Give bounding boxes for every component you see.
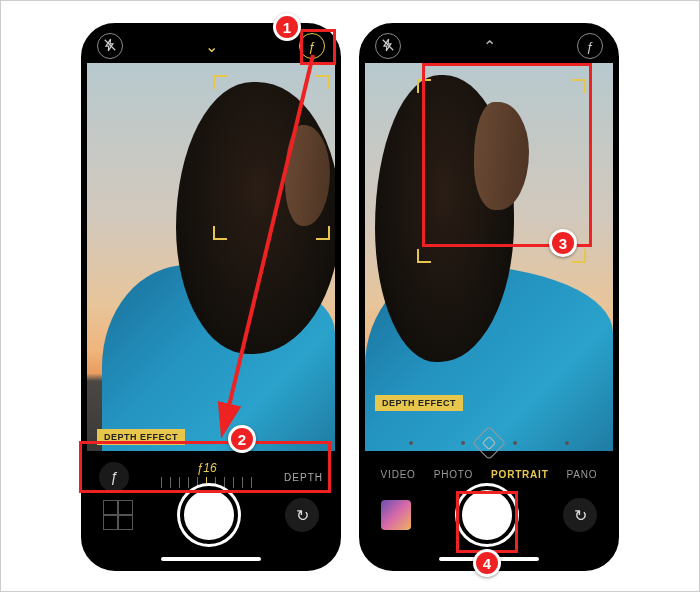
- switch-camera-button[interactable]: ↻: [285, 498, 319, 532]
- grid-toggle-icon[interactable]: [103, 500, 133, 530]
- focus-corner-icon: [213, 226, 227, 240]
- camera-viewfinder[interactable]: DEPTH EFFECT: [87, 63, 335, 451]
- aperture-button[interactable]: ƒ: [577, 33, 603, 59]
- flash-off-icon: [381, 38, 395, 55]
- annotation-step-1: 1: [273, 13, 301, 41]
- depth-effect-badge: DEPTH EFFECT: [375, 395, 463, 411]
- switch-camera-icon: ↻: [296, 506, 309, 525]
- portrait-lighting-row[interactable]: [365, 425, 613, 461]
- annotation-highlight-box: [300, 29, 336, 65]
- annotation-highlight-box: [456, 491, 518, 553]
- annotation-highlight-box: [422, 63, 592, 247]
- controls-collapse-chevron[interactable]: ⌃: [483, 37, 496, 56]
- annotation-step-2: 2: [228, 425, 256, 453]
- focus-corner-icon: [417, 249, 431, 263]
- flash-off-icon: [103, 38, 117, 55]
- home-indicator[interactable]: [161, 557, 261, 561]
- focus-corner-icon: [316, 75, 330, 89]
- camera-top-bar: ⌃ ƒ: [365, 29, 613, 63]
- switch-camera-button[interactable]: ↻: [563, 498, 597, 532]
- camera-mode-item[interactable]: PHOTO: [434, 469, 473, 480]
- camera-mode-item-active[interactable]: PORTRAIT: [491, 469, 549, 480]
- camera-mode-item[interactable]: VIDEO: [381, 469, 416, 480]
- shutter-button[interactable]: [180, 486, 238, 544]
- aperture-f-icon: ƒ: [586, 39, 593, 54]
- camera-mode-item[interactable]: PANO: [567, 469, 598, 480]
- annotation-highlight-box: [79, 441, 331, 493]
- flash-toggle-button[interactable]: [97, 33, 123, 59]
- flash-toggle-button[interactable]: [375, 33, 401, 59]
- annotation-step-4: 4: [473, 549, 501, 577]
- controls-expand-chevron[interactable]: ⌄: [205, 37, 218, 56]
- last-photo-thumbnail[interactable]: [381, 500, 411, 530]
- annotation-step-3: 3: [549, 229, 577, 257]
- focus-corner-icon: [213, 75, 227, 89]
- switch-camera-icon: ↻: [574, 506, 587, 525]
- focus-corner-icon: [316, 226, 330, 240]
